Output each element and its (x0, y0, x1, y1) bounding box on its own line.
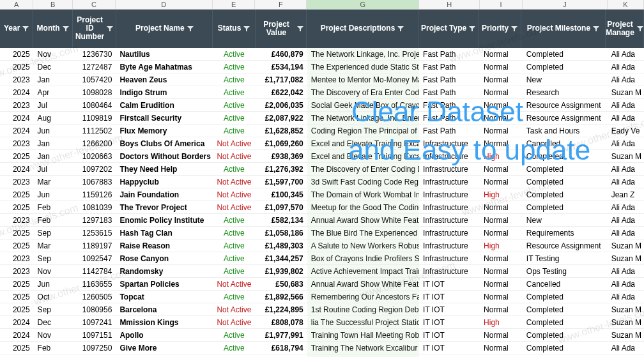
cell-pri[interactable]: High (480, 316, 523, 328)
cell-id[interactable]: 1098028 (73, 86, 116, 98)
cell-type[interactable]: Infrastructure (419, 265, 480, 277)
cell-year[interactable]: 2025 (0, 188, 34, 201)
cell-mgr[interactable]: Ali Ada (608, 48, 644, 60)
cell-month[interactable]: Feb (34, 214, 73, 226)
cell-mile[interactable]: Completed (523, 201, 608, 213)
cell-id[interactable]: 1081039 (73, 201, 116, 213)
cell-mile[interactable]: Completed (523, 303, 608, 315)
cell-month[interactable]: Feb (34, 342, 73, 354)
table-row[interactable]: 2025Jan1020663Doctors Without BordersNot… (0, 150, 644, 163)
table-row[interactable]: 2025Jun1163655Spartan PoliciesNot Active… (0, 278, 644, 291)
cell-status[interactable]: Not Active (213, 188, 256, 201)
cell-desc[interactable]: Annual Award Show White Featl (307, 214, 419, 226)
cell-mgr[interactable]: Ali Ada (608, 137, 644, 149)
cell-status[interactable]: Active (213, 112, 256, 124)
cell-month[interactable]: Jun (34, 278, 73, 290)
cell-month[interactable]: Mar (34, 239, 73, 252)
cell-value[interactable]: £1,344,257 (256, 252, 307, 264)
cell-desc[interactable]: 1st Routine Coding Region Debug (307, 303, 419, 315)
cell-pri[interactable]: Normal (480, 163, 523, 175)
filter-icon[interactable] (593, 26, 599, 31)
cell-name[interactable]: Screenmetrics (116, 354, 213, 357)
cell-pri[interactable]: Normal (480, 354, 523, 357)
cell-mile[interactable]: Completed (523, 188, 608, 201)
filter-icon[interactable] (511, 26, 518, 31)
cell-pri[interactable]: Normal (480, 252, 523, 264)
cell-status[interactable]: Active (213, 291, 256, 303)
cell-status[interactable]: Active (213, 214, 256, 226)
header-project-manage[interactable]: Project Manage (606, 10, 644, 48)
cell-id[interactable]: 1266200 (73, 137, 116, 149)
cell-value[interactable]: £1,628,852 (256, 125, 307, 137)
cell-name[interactable]: Randomsky (116, 265, 213, 277)
cell-desc[interactable]: The Network Linkage, Inc. Enter (307, 112, 419, 124)
header-project-value[interactable]: Project Value (256, 10, 307, 48)
cell-status[interactable]: Active (213, 48, 256, 60)
cell-desc[interactable]: Excel and Elevate Training Exca (307, 137, 419, 149)
cell-mgr[interactable]: Ali Ada (608, 61, 644, 73)
cell-pri[interactable]: Normal (480, 278, 523, 290)
cell-month[interactable]: Mar (34, 176, 73, 188)
cell-type[interactable]: Fast Path (419, 112, 480, 124)
table-row[interactable]: 2024Aug1109819Firstcall SecurityActive£2… (0, 112, 644, 125)
cell-mgr[interactable]: Suzan M (608, 329, 644, 341)
cell-type[interactable]: IT IOT (419, 303, 480, 315)
cell-pri[interactable]: Normal (480, 61, 523, 73)
cell-mile[interactable]: New (523, 214, 608, 226)
cell-year[interactable]: 2023 (0, 252, 34, 264)
cell-mile[interactable]: IT Testing (523, 252, 608, 264)
table-row[interactable]: 2025Sep1080956BarcelonaNot Active£1,224,… (0, 303, 644, 316)
cell-pri[interactable]: Normal (480, 214, 523, 226)
cell-year[interactable]: 2023 (0, 354, 34, 357)
cell-status[interactable]: Active (213, 86, 256, 98)
cell-name[interactable]: The Trevor Project (116, 201, 213, 213)
cell-type[interactable]: Infrastructure (419, 188, 480, 201)
cell-status[interactable]: Active (213, 265, 256, 277)
cell-id[interactable]: 1163655 (73, 278, 116, 290)
cell-month[interactable]: Aug (34, 354, 73, 357)
cell-type[interactable]: IT IOT (419, 342, 480, 354)
cell-mgr[interactable]: Ali Ada (608, 342, 644, 354)
cell-type[interactable]: Infrastructure (419, 137, 480, 149)
cell-mgr[interactable]: Ali Ada (608, 99, 644, 111)
cell-pri[interactable]: Normal (480, 342, 523, 354)
cell-mile[interactable]: Completed (523, 316, 608, 328)
cell-year[interactable]: 2025 (0, 303, 34, 315)
cell-mile[interactable]: Completed (523, 329, 608, 341)
cell-status[interactable]: Active (213, 239, 256, 252)
cell-desc[interactable]: lia The Successful Project Static (307, 316, 419, 328)
cell-mgr[interactable]: Suzan M (608, 150, 644, 162)
cell-mile[interactable]: Resource Assignment (523, 239, 608, 252)
cell-desc[interactable]: 3d Swift Fast Coding Code Reg (307, 176, 419, 188)
cell-desc[interactable]: Training Town Hall Meeting Robu (307, 329, 419, 341)
cell-mile[interactable]: Cancelled (523, 137, 608, 149)
cell-year[interactable]: 2025 (0, 291, 34, 303)
cell-status[interactable]: Not Active (213, 278, 256, 290)
table-row[interactable]: 2023Nov1142784RandomskyActive£1,939,802A… (0, 265, 644, 278)
header-project-name[interactable]: Project Name (116, 10, 213, 48)
cell-status[interactable]: Not Active (213, 303, 256, 315)
cell-month[interactable]: Apr (34, 86, 73, 98)
cell-id[interactable]: 1080956 (73, 303, 116, 315)
cell-name[interactable]: Raise Reason (116, 239, 213, 252)
cell-mgr[interactable]: Jean Z (608, 188, 644, 201)
cell-name[interactable]: Heaven Zeus (116, 73, 213, 86)
cell-id[interactable]: 1159126 (73, 188, 116, 201)
cell-type[interactable]: Infrastructure (419, 252, 480, 264)
cell-mgr[interactable]: Ali Ada (608, 112, 644, 124)
cell-value[interactable]: £50,683 (256, 278, 307, 290)
cell-mgr[interactable]: Ali Ada (608, 278, 644, 290)
cell-month[interactable]: Sep (34, 227, 73, 239)
cell-desc[interactable]: Project Explained Code Change (307, 354, 419, 357)
cell-value[interactable]: £2,006,035 (256, 99, 307, 111)
cell-value[interactable]: £1,224,895 (256, 303, 307, 315)
filter-icon[interactable] (63, 26, 69, 31)
cell-value[interactable]: £100,345 (256, 188, 307, 201)
cell-id[interactable]: 1253615 (73, 227, 116, 239)
cell-type[interactable]: Fast Path (419, 73, 480, 86)
column-letter-C[interactable]: C (73, 0, 116, 9)
cell-desc[interactable]: Mentee to Mentor Mo-Money Ma (307, 73, 419, 86)
cell-year[interactable]: 2025 (0, 227, 34, 239)
cell-value[interactable]: £1,717,082 (256, 73, 307, 86)
cell-id[interactable]: 1097202 (73, 163, 116, 175)
